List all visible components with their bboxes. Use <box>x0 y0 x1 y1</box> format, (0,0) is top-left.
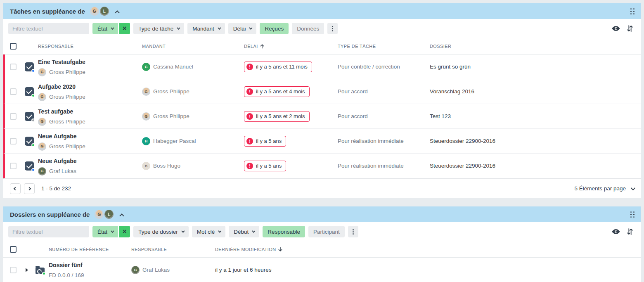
etat-filter-button[interactable]: État <box>92 23 118 34</box>
task-title: Aufgabe 2020 <box>38 83 76 90</box>
task-row[interactable]: Aufgabe 2020 G Gross Philippe G Gross Ph… <box>3 79 641 104</box>
dossiers-panel-title: Dossiers en suppléance de <box>10 211 90 218</box>
column-header-numero-de-reference[interactable]: NUMÉRO DE RÉFÉRENCE <box>49 247 131 252</box>
previous-page-button[interactable] <box>10 183 21 194</box>
task-type-cell: Pour accord <box>338 88 430 95</box>
overdue-badge: ! il y a 5 ans <box>244 136 286 147</box>
status-dot <box>42 272 46 275</box>
task-title: Neue Aufgabe <box>38 158 77 164</box>
page: Tâches en suppléance de G L État × Type … <box>0 0 644 282</box>
mandant-cell: G Gross Philippe <box>142 88 244 96</box>
alert-icon: ! <box>246 88 253 95</box>
alert-icon: ! <box>246 113 253 120</box>
participant-toggle-button[interactable]: Participant <box>308 226 345 237</box>
delai-filter-button[interactable]: Délai <box>228 23 257 34</box>
type-de-tache-filter-button[interactable]: Type de tâche <box>133 23 184 34</box>
collapse-panel-button[interactable] <box>118 210 125 219</box>
task-title: Neue Aufgabe <box>38 133 77 140</box>
column-header-mandant[interactable]: MANDANT <box>142 44 244 49</box>
etat-filter-button[interactable]: État <box>92 226 118 237</box>
dossier-row[interactable]: Dossier fünf FD 0.0.0 / 169 G Graf Lukas… <box>3 258 641 282</box>
column-header-dossier[interactable]: DOSSIER <box>430 44 641 49</box>
person-avatar: G <box>38 118 46 126</box>
dossier-cell: Voranschlag 2016 <box>430 88 641 95</box>
drag-handle-icon[interactable] <box>630 211 635 218</box>
row-checkbox[interactable] <box>10 138 17 145</box>
column-header-type-de-tache[interactable]: TYPE DE TÂCHE <box>338 44 430 49</box>
items-per-page-select[interactable]: 5 Éléments par page <box>574 185 634 192</box>
chevron-up-icon <box>115 10 119 15</box>
chevron-down-icon <box>218 229 221 232</box>
mot-cle-filter-button[interactable]: Mot clé <box>192 226 226 237</box>
recues-toggle-button[interactable]: Reçues <box>260 23 289 34</box>
task-icon <box>25 112 34 121</box>
column-header-responsable[interactable]: RESPONSABLE <box>131 247 215 252</box>
user-avatar: L <box>100 7 109 16</box>
task-row[interactable]: Neue Aufgabe G Gross Philippe H Habegger… <box>3 129 641 154</box>
overdue-badge: ! il y a 5 ans et 2 mois <box>244 111 310 122</box>
responsable-cell: G Graf Lukas <box>131 266 215 274</box>
row-checkbox[interactable] <box>10 163 17 169</box>
task-row[interactable]: Neue Aufgabe G Graf Lukas B Boss Hugo ! … <box>3 154 641 178</box>
chevron-right-icon <box>28 187 31 190</box>
column-visibility-button[interactable] <box>610 228 622 235</box>
responsable-toggle-button[interactable]: Responsable <box>263 226 305 237</box>
more-filters-button[interactable] <box>327 23 338 34</box>
dossiers-filterbar: État × Type de dossier Mot clé Début Res… <box>3 222 641 241</box>
drag-handle-icon[interactable] <box>630 7 635 15</box>
mandant-cell: C Cassina Manuel <box>142 63 244 71</box>
task-row[interactable]: Test aufgabe G Gross Philippe G Gross Ph… <box>3 104 641 129</box>
alert-icon: ! <box>246 138 253 145</box>
select-all-checkbox[interactable] <box>10 246 17 253</box>
collapse-panel-button[interactable] <box>114 7 121 16</box>
person-avatar: C <box>142 63 150 71</box>
text-filter-input[interactable] <box>8 23 89 34</box>
chevron-down-icon <box>218 26 221 29</box>
sort-button[interactable] <box>625 227 635 236</box>
more-filters-button[interactable] <box>348 226 358 237</box>
dossier-cell: Steuerdossier 22900-2016 <box>430 163 641 169</box>
task-title: Eine Testaufgabe <box>38 59 85 65</box>
overdue-badge: ! il y a 5 ans et 11 mois <box>244 62 312 72</box>
mandant-filter-button[interactable]: Mandant <box>187 23 225 34</box>
sort-descending-icon <box>277 246 283 252</box>
column-header-derniere-modification[interactable]: DERNIÈRE MODIFICATION <box>215 246 641 252</box>
row-checkbox[interactable] <box>10 113 17 120</box>
next-page-button[interactable] <box>24 183 35 194</box>
chevron-down-icon <box>111 26 114 29</box>
select-all-checkbox[interactable] <box>10 43 17 50</box>
chevron-down-icon <box>249 26 253 29</box>
column-header-delai[interactable]: DÉLAI <box>244 43 338 49</box>
kebab-menu-icon <box>332 28 333 29</box>
mandant-cell: H Habegger Pascal <box>142 137 244 145</box>
person-avatar: G <box>142 112 150 121</box>
status-dot <box>31 118 35 122</box>
row-checkbox[interactable] <box>10 64 17 70</box>
expand-row-icon[interactable] <box>26 268 28 272</box>
debut-filter-button[interactable]: Début <box>229 226 259 237</box>
clear-etat-filter-button[interactable]: × <box>119 226 130 237</box>
mandant-cell: G Gross Philippe <box>142 112 244 121</box>
sort-arrows-icon <box>627 228 633 235</box>
eye-icon <box>612 26 620 31</box>
clear-etat-filter-button[interactable]: × <box>119 23 130 34</box>
dossier-cell: Test 123 <box>430 113 641 119</box>
dossiers-panel: Dossiers en suppléance de G L État × Typ… <box>3 206 641 282</box>
row-checkbox[interactable] <box>10 267 17 273</box>
tasks-table-header: RESPONSABLE MANDANT DÉLAI TYPE DE TÂCHE … <box>3 38 641 55</box>
task-icon <box>25 161 34 171</box>
task-row[interactable]: Eine Testaufgabe G Gross Philippe C Cass… <box>3 55 641 79</box>
column-visibility-button[interactable] <box>610 25 622 32</box>
page-range-label: 1 - 5 de 232 <box>41 185 71 192</box>
text-filter-input[interactable] <box>8 226 89 237</box>
type-de-dossier-filter-button[interactable]: Type de dossier <box>133 226 188 237</box>
panel-gap <box>3 198 641 206</box>
sort-button[interactable] <box>625 24 635 33</box>
donnees-toggle-button[interactable]: Données <box>292 23 324 34</box>
person-avatar: G <box>38 93 46 101</box>
chevron-down-icon <box>181 229 185 232</box>
supervised-users-avatars: G L <box>90 7 109 16</box>
responsable-cell: G Gross Philippe <box>38 93 142 101</box>
column-header-responsable[interactable]: RESPONSABLE <box>38 44 142 49</box>
row-checkbox[interactable] <box>10 88 17 95</box>
